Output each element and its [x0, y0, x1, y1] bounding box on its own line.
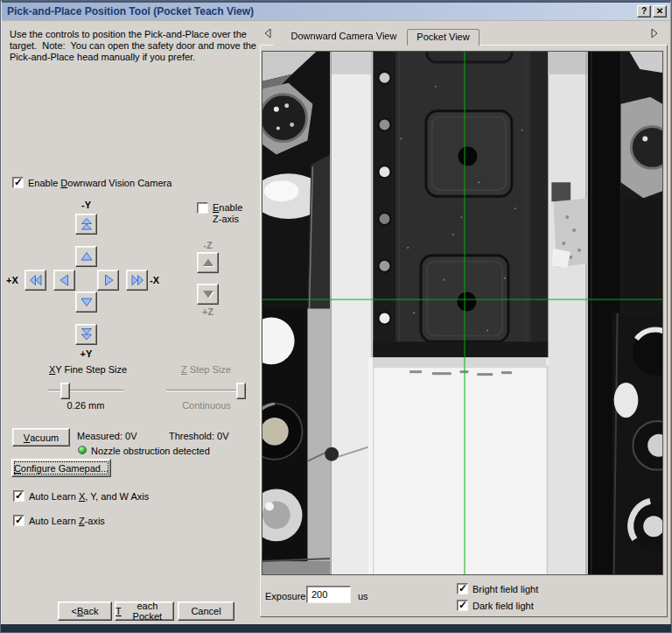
- dialog-window: Pick-and-Place Position Tool (Pocket Tea…: [0, 0, 672, 633]
- enable-camera-label: Enable Downward Vision Camera: [28, 178, 172, 188]
- camera-viewport[interactable]: [262, 51, 663, 575]
- window-title: Pick-and-Place Position Tool (Pocket Tea…: [5, 5, 254, 18]
- vacuum-threshold: Threshold: 0V: [169, 431, 228, 441]
- double-down-arrow-icon: [80, 327, 94, 341]
- tab-pocket-view[interactable]: Pocket View: [407, 29, 480, 46]
- jog-y-neg-button[interactable]: [75, 246, 97, 267]
- vacuum-measured: Measured: 0V: [77, 431, 136, 441]
- pos-y-label: +Y: [75, 348, 97, 359]
- neg-y-label: -Y: [75, 200, 97, 210]
- back-button[interactable]: < Back: [58, 601, 112, 621]
- xy-step-value: 0.26 mm: [48, 400, 123, 411]
- close-button[interactable]: ✕: [653, 5, 667, 18]
- down-arrow-disabled-icon: [201, 287, 215, 301]
- xy-step-slider-thumb[interactable]: [60, 383, 70, 399]
- nozzle-status-led-icon: [78, 446, 87, 454]
- dark-field-checkbox[interactable]: [457, 600, 468, 611]
- jog-x-neg-fast-button[interactable]: [126, 270, 148, 291]
- jog-x-pos-button[interactable]: [53, 270, 75, 291]
- left-arrow-icon: [58, 273, 72, 287]
- auto-learn-z-label: Auto Learn Z-axis: [29, 516, 105, 526]
- dark-field-label: Dark field light: [472, 601, 534, 611]
- feeder-white-area: [368, 357, 554, 574]
- bright-field-label: Bright field light: [472, 584, 538, 594]
- help-button[interactable]: ?: [637, 5, 651, 18]
- tape-pocket-upper: [426, 111, 512, 197]
- exposure-unit: us: [358, 591, 368, 601]
- right-arrow-icon: [102, 273, 116, 287]
- camera-image: [262, 52, 662, 574]
- tab-scroll-right-icon: [650, 28, 659, 39]
- left-machinery: [262, 52, 330, 574]
- exposure-input[interactable]: [306, 586, 351, 603]
- exposure-label: Exposure:: [265, 591, 309, 601]
- z-step-slider-track: [166, 390, 247, 391]
- z-step-value: Continuous: [166, 400, 247, 411]
- neg-x-label: -X: [150, 275, 159, 285]
- teach-pocket-button[interactable]: Teach Pocket: [115, 601, 174, 621]
- instructions-text: Use the controls to position the Pick-an…: [10, 29, 267, 63]
- nozzle-status-text: Nozzle obstruction detected: [91, 446, 210, 456]
- enable-z-checkbox[interactable]: [197, 202, 208, 214]
- xy-step-label: XY Fine Step Size: [49, 364, 127, 375]
- up-arrow-icon: [80, 250, 94, 264]
- pos-z-label: +Z: [197, 306, 219, 317]
- up-arrow-disabled-icon: [201, 256, 215, 270]
- down-arrow-icon: [80, 295, 94, 309]
- vacuum-button[interactable]: Vacuum: [12, 428, 70, 447]
- double-left-arrow-icon: [29, 273, 43, 287]
- bright-field-checkbox[interactable]: [457, 583, 468, 594]
- left-rail: [325, 52, 373, 574]
- tab-scroll-left-icon: [263, 28, 272, 39]
- enable-camera-checkbox[interactable]: [12, 177, 24, 188]
- auto-learn-xyw-label: Auto Learn X, Y, and W Axis: [29, 491, 149, 502]
- z-step-label: Z Step Size: [181, 364, 231, 375]
- pos-x-label: +X: [6, 275, 18, 285]
- configure-gamepad-button[interactable]: Configure Gamepad...: [11, 459, 111, 477]
- jog-y-neg-fast-button[interactable]: [75, 214, 97, 235]
- right-rail: [548, 52, 592, 574]
- tab-scroll-left-button[interactable]: [262, 28, 273, 39]
- double-right-arrow-icon: [130, 273, 144, 287]
- jog-x-neg-button[interactable]: [97, 270, 119, 291]
- cancel-button[interactable]: Cancel: [178, 601, 234, 621]
- jog-z-neg-button[interactable]: [197, 252, 219, 273]
- tab-downward-camera-view[interactable]: Downward Camera View: [273, 26, 406, 46]
- enable-z-label-line1: Enable: [213, 202, 242, 213]
- component-tape: [374, 52, 549, 358]
- titlebar: Pick-and-Place Position Tool (Pocket Tea…: [2, 1, 670, 21]
- titlebar-buttons: ? ✕: [637, 5, 667, 18]
- auto-learn-xyw-checkbox[interactable]: [13, 490, 24, 502]
- jog-y-pos-fast-button[interactable]: [75, 324, 97, 345]
- jog-y-pos-button[interactable]: [75, 292, 97, 313]
- bottom-border-band: [1, 624, 671, 633]
- double-up-arrow-icon: [80, 217, 94, 231]
- jog-z-pos-button[interactable]: [197, 284, 219, 305]
- tab-scroll-right-button[interactable]: [649, 28, 660, 39]
- enable-z-label-line2: Z-axis: [213, 214, 239, 224]
- configure-gamepad-label: Configure Gamepad...: [14, 463, 108, 474]
- auto-learn-z-checkbox[interactable]: [13, 515, 24, 526]
- xy-step-slider-track[interactable]: [48, 390, 123, 391]
- neg-z-label: -Z: [197, 240, 219, 250]
- jog-x-pos-fast-button[interactable]: [24, 270, 46, 291]
- z-step-slider-thumb: [236, 383, 246, 399]
